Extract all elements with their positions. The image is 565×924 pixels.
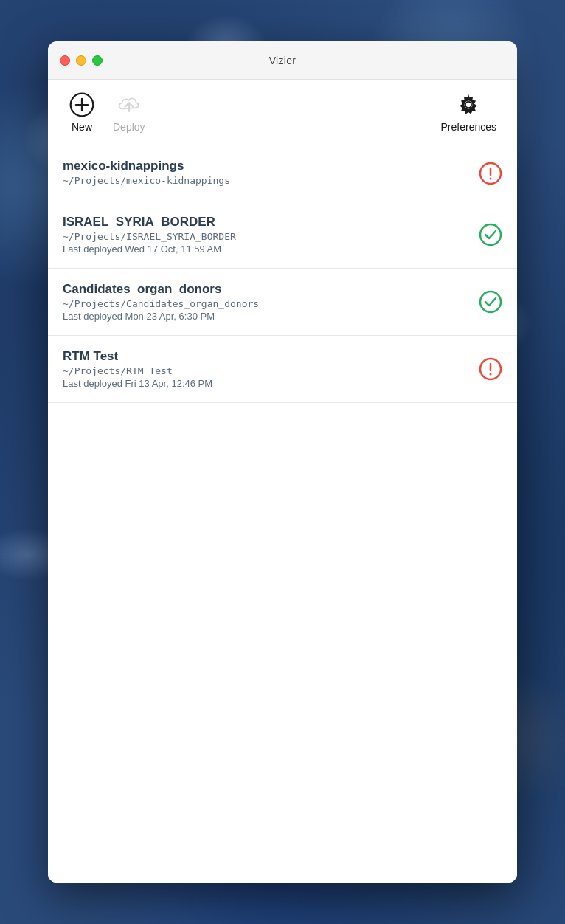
list-item[interactable]: Candidates_organ_donors~/Projects/Candid… bbox=[48, 269, 517, 336]
project-path: ~/Projects/ISRAEL_SYRIA_BORDER bbox=[63, 231, 470, 242]
close-button[interactable] bbox=[60, 55, 70, 66]
svg-point-9 bbox=[480, 224, 501, 245]
project-name: Candidates_organ_donors bbox=[63, 282, 470, 297]
svg-point-8 bbox=[490, 177, 492, 179]
list-item[interactable]: mexico-kidnappings~/Projects/mexico-kidn… bbox=[48, 145, 517, 201]
success-status-icon bbox=[479, 223, 502, 246]
maximize-button[interactable] bbox=[92, 55, 103, 66]
preferences-button[interactable]: Preferences bbox=[435, 89, 502, 136]
project-name: ISRAEL_SYRIA_BORDER bbox=[63, 215, 470, 230]
toolbar: New Deploy Preferences bbox=[48, 80, 517, 145]
project-path: ~/Projects/mexico-kidnappings bbox=[63, 175, 470, 186]
error-status-icon bbox=[479, 162, 502, 185]
main-window: Vizier New Deploy bbox=[48, 41, 517, 883]
deploy-button[interactable]: Deploy bbox=[107, 89, 151, 136]
project-name: RTM Test bbox=[63, 349, 470, 364]
window-title: Vizier bbox=[269, 55, 297, 66]
project-path: ~/Projects/RTM Test bbox=[63, 365, 470, 376]
traffic-lights bbox=[60, 55, 103, 66]
error-status-icon bbox=[479, 357, 502, 381]
project-deploy-info: Last deployed Fri 13 Apr, 12:46 PM bbox=[63, 378, 470, 389]
project-path: ~/Projects/Candidates_organ_donors bbox=[63, 298, 470, 309]
project-deploy-info: Last deployed Mon 23 Apr, 6:30 PM bbox=[63, 311, 470, 322]
new-button[interactable]: New bbox=[63, 89, 101, 136]
preferences-label: Preferences bbox=[441, 121, 496, 133]
list-item[interactable]: ISRAEL_SYRIA_BORDER~/Projects/ISRAEL_SYR… bbox=[48, 201, 517, 269]
new-icon bbox=[69, 92, 95, 118]
new-label: New bbox=[72, 121, 92, 133]
svg-point-10 bbox=[480, 292, 501, 312]
empty-area bbox=[48, 643, 517, 883]
preferences-icon bbox=[455, 92, 482, 118]
list-item[interactable]: RTM Test~/Projects/RTM TestLast deployed… bbox=[48, 336, 517, 403]
project-deploy-info: Last deployed Wed 17 Oct, 11:59 AM bbox=[63, 244, 470, 255]
minimize-button[interactable] bbox=[76, 55, 86, 66]
project-name: mexico-kidnappings bbox=[63, 159, 470, 173]
project-list: mexico-kidnappings~/Projects/mexico-kidn… bbox=[48, 145, 517, 643]
deploy-icon bbox=[116, 92, 142, 118]
deploy-label: Deploy bbox=[113, 121, 145, 133]
title-bar: Vizier bbox=[48, 41, 517, 80]
success-status-icon bbox=[479, 290, 502, 314]
svg-point-13 bbox=[490, 373, 492, 376]
